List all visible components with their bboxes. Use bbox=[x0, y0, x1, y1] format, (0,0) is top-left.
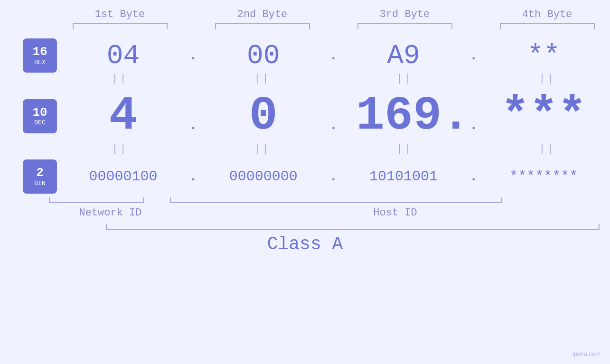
bin-val-4: ******** bbox=[496, 168, 591, 185]
dec-row: 10 DEC 4 . 0 . 169. . *** bbox=[0, 89, 610, 143]
id-labels-row: Network ID Host ID bbox=[49, 207, 610, 219]
hex-dot-1: . bbox=[189, 48, 197, 63]
eq2-4: || bbox=[500, 143, 595, 155]
eq1-4: || bbox=[500, 73, 595, 84]
watermark: ipshu.com bbox=[572, 350, 601, 357]
dec-values-row: 4 . 0 . 169. . *** bbox=[57, 89, 610, 143]
equals-row-2: || || || || bbox=[49, 143, 610, 155]
host-id-label: Host ID bbox=[172, 207, 610, 219]
byte-header-4: 4th Byte bbox=[490, 9, 604, 20]
dec-val-2: 0 bbox=[216, 89, 311, 143]
bin-badge: 2 BIN bbox=[23, 159, 57, 194]
eq2-2: || bbox=[215, 143, 310, 155]
byte-header-1: 1st Byte bbox=[63, 9, 177, 20]
bin-values-row: 00000100 . 00000000 . 10101001 . *******… bbox=[57, 168, 610, 185]
bin-badge-num: 2 bbox=[36, 166, 44, 180]
eq2-3: || bbox=[357, 143, 452, 155]
dec-dot-1: . bbox=[189, 118, 197, 133]
bin-dot-2: . bbox=[329, 169, 338, 184]
hex-val-4: ** bbox=[496, 40, 591, 71]
bin-dot-1: . bbox=[189, 169, 197, 184]
hex-row: 16 HEX 04 . 00 . A9 . ** bbox=[0, 38, 610, 73]
bracket-bottom-234 bbox=[170, 197, 502, 203]
hex-dot-2: . bbox=[329, 48, 338, 63]
hex-values-row: 04 . 00 . A9 . ** bbox=[57, 40, 610, 71]
bracket-spacer bbox=[144, 197, 170, 203]
dec-badge: 10 DEC bbox=[23, 99, 57, 133]
bracket-top-1 bbox=[73, 23, 168, 29]
bottom-brackets bbox=[49, 197, 610, 203]
bin-badge-label: BIN bbox=[34, 180, 45, 187]
eq1-1: || bbox=[73, 73, 168, 84]
hex-val-2: 00 bbox=[216, 40, 311, 71]
hex-dot-3: . bbox=[469, 48, 478, 63]
hex-badge-num: 16 bbox=[32, 45, 47, 59]
bin-val-1: 00000100 bbox=[76, 168, 171, 185]
class-a-label: Class A bbox=[0, 234, 610, 254]
bin-dot-3: . bbox=[469, 169, 478, 184]
dec-val-4: *** bbox=[496, 89, 591, 143]
bracket-top-3 bbox=[357, 23, 452, 29]
bin-val-2: 00000000 bbox=[216, 168, 311, 185]
eq2-1: || bbox=[73, 143, 168, 155]
byte-header-2: 2nd Byte bbox=[206, 9, 319, 20]
dec-badge-label: DEC bbox=[34, 119, 45, 126]
network-id-label: Network ID bbox=[49, 207, 172, 219]
bracket-bottom-1 bbox=[49, 197, 144, 203]
byte-header-3: 3rd Byte bbox=[348, 9, 462, 20]
eq1-3: || bbox=[357, 73, 452, 84]
bin-row: 2 BIN 00000100 . 00000000 . 10101001 . *… bbox=[0, 159, 610, 194]
dec-dot-3: . bbox=[469, 118, 478, 133]
bin-val-3: 10101001 bbox=[356, 168, 451, 185]
dec-badge-num: 10 bbox=[32, 106, 47, 120]
bracket-top-4 bbox=[500, 23, 595, 29]
eq1-2: || bbox=[215, 73, 310, 84]
hex-badge: 16 HEX bbox=[23, 38, 57, 73]
hex-badge-label: HEX bbox=[34, 59, 45, 66]
hex-val-1: 04 bbox=[76, 40, 171, 71]
equals-row-1: || || || || bbox=[49, 73, 610, 84]
top-brackets bbox=[49, 23, 610, 29]
dec-dot-2: . bbox=[329, 118, 338, 133]
bracket-top-2 bbox=[215, 23, 310, 29]
dec-val-3: 169. bbox=[356, 89, 451, 143]
hex-val-3: A9 bbox=[356, 40, 451, 71]
outer-bracket bbox=[106, 224, 600, 230]
dec-val-1: 4 bbox=[76, 89, 171, 143]
byte-headers: 1st Byte 2nd Byte 3rd Byte 4th Byte bbox=[49, 9, 610, 20]
main-container: 1st Byte 2nd Byte 3rd Byte 4th Byte 16 H… bbox=[0, 0, 610, 364]
